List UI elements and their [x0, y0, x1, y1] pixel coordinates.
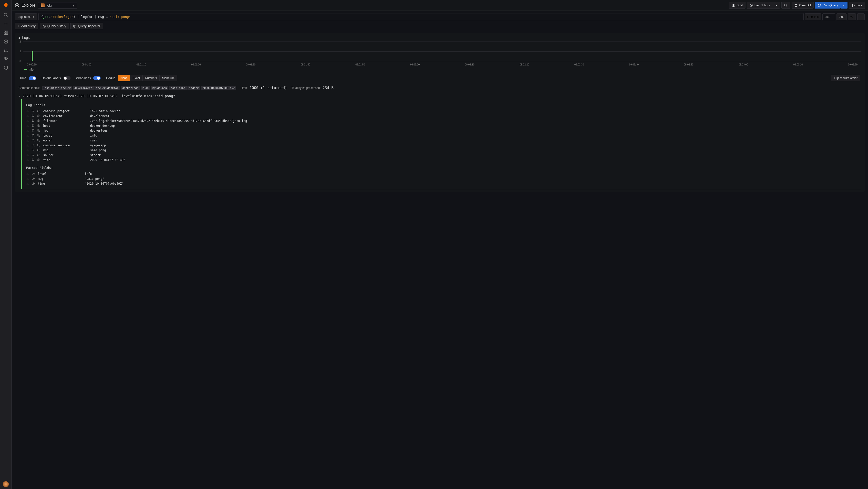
- query-history-button[interactable]: Query history: [40, 23, 69, 29]
- stats-icon[interactable]: [26, 172, 30, 176]
- search-plus-icon[interactable]: [31, 129, 35, 133]
- line-limit-input[interactable]: [823, 13, 835, 20]
- svg-line-43: [39, 116, 40, 117]
- search-minus-icon[interactable]: [37, 139, 40, 142]
- eye-icon[interactable]: [31, 182, 35, 185]
- svg-line-103: [39, 146, 40, 147]
- datasource-select[interactable]: loki ▾: [38, 2, 77, 8]
- dedup-numbers[interactable]: Numbers: [143, 75, 160, 81]
- dashboard-icon[interactable]: [3, 30, 8, 35]
- search-plus-icon[interactable]: [31, 148, 35, 152]
- timerange-button[interactable]: Last 1 hour: [747, 2, 773, 8]
- field-row: levelinfo: [26, 171, 857, 176]
- search-plus-icon[interactable]: [31, 158, 35, 162]
- svg-line-83: [39, 136, 40, 137]
- field-row: compose_projectloki-minio-docker: [26, 109, 857, 114]
- gear-icon[interactable]: [3, 57, 8, 62]
- search-plus-icon[interactable]: [31, 119, 35, 123]
- stats-icon[interactable]: [26, 119, 30, 123]
- plus-icon[interactable]: [3, 22, 8, 26]
- svg-line-90: [34, 141, 34, 142]
- avatar[interactable]: [3, 481, 9, 487]
- search-icon[interactable]: [3, 13, 8, 18]
- log-row[interactable]: ▾ 2020-10-06 09:00:49 time="2020-10-06T0…: [19, 93, 861, 99]
- history-icon: [42, 24, 46, 28]
- stats-icon[interactable]: [26, 144, 30, 147]
- shield-icon[interactable]: [3, 65, 8, 70]
- stats-icon[interactable]: [26, 177, 30, 180]
- clear-all-button[interactable]: Clear All: [792, 2, 813, 8]
- time-toggle[interactable]: [29, 76, 36, 80]
- svg-point-137: [33, 173, 34, 174]
- search-minus-icon[interactable]: [37, 124, 40, 127]
- query-input[interactable]: {job="dockerlogs"} | logfmt | msg = "sai…: [38, 13, 804, 20]
- search-minus-icon[interactable]: [37, 134, 40, 137]
- search-plus-icon[interactable]: [31, 134, 35, 137]
- search-plus-icon[interactable]: [31, 114, 35, 118]
- search-plus-icon[interactable]: [31, 153, 35, 157]
- stats-icon[interactable]: [26, 124, 30, 127]
- search-minus-icon[interactable]: [37, 129, 40, 133]
- stats-icon[interactable]: [26, 134, 30, 137]
- query-mode-select[interactable]: Log labels▾: [15, 13, 37, 20]
- common-label-tag: dockerlogs: [121, 86, 140, 90]
- columns-icon: [732, 4, 735, 7]
- svg-line-123: [39, 155, 40, 156]
- dedup-signature[interactable]: Signature: [160, 75, 177, 81]
- dedup-none[interactable]: None: [118, 75, 130, 81]
- search-minus-icon[interactable]: [37, 144, 40, 147]
- search-minus-icon[interactable]: [37, 114, 40, 118]
- common-label-tag: my-go-app: [151, 86, 168, 90]
- dedup-exact[interactable]: Exact: [130, 75, 143, 81]
- line-limit-button[interactable]: Line limit: [805, 13, 821, 20]
- wrap-lines-toggle-label: Wrap lines: [76, 76, 91, 80]
- search-minus-icon[interactable]: [37, 109, 40, 113]
- unique-labels-toggle[interactable]: [63, 76, 70, 80]
- compass-icon[interactable]: [3, 39, 8, 44]
- svg-line-120: [34, 155, 34, 156]
- bell-icon[interactable]: [3, 48, 8, 53]
- stats-icon[interactable]: [26, 114, 30, 118]
- common-label-tag: loki-minio-docker: [42, 86, 72, 90]
- stats-icon[interactable]: [26, 109, 30, 113]
- stats-icon[interactable]: [26, 148, 30, 152]
- stats-icon[interactable]: [26, 139, 30, 142]
- svg-line-53: [39, 121, 40, 122]
- run-query-dropdown[interactable]: ▾: [841, 2, 847, 8]
- page-title: Explore: [14, 3, 36, 8]
- stats-icon[interactable]: [26, 158, 30, 162]
- search-minus-icon[interactable]: [37, 148, 40, 152]
- timerange-dropdown[interactable]: ▾: [773, 2, 780, 8]
- search-plus-icon[interactable]: [31, 144, 35, 147]
- hide-query-button[interactable]: [848, 13, 856, 20]
- svg-rect-4: [4, 31, 5, 32]
- run-query-button[interactable]: Run Query: [815, 2, 841, 8]
- live-button[interactable]: Live: [849, 2, 865, 8]
- flip-results-button[interactable]: Flip results order: [831, 75, 860, 81]
- sync-icon: [818, 4, 821, 7]
- split-button[interactable]: Split: [729, 2, 745, 8]
- svg-point-0: [4, 13, 7, 17]
- remove-query-button[interactable]: —: [857, 13, 865, 20]
- wrap-lines-toggle[interactable]: [93, 76, 100, 80]
- add-query-button[interactable]: +Add query: [15, 23, 38, 29]
- stats-icon[interactable]: [26, 182, 30, 185]
- query-inspector-button[interactable]: Query inspector: [70, 23, 103, 29]
- search-plus-icon[interactable]: [31, 109, 35, 113]
- svg-rect-6: [4, 33, 5, 35]
- stats-icon[interactable]: [26, 153, 30, 157]
- eye-icon[interactable]: [31, 172, 35, 176]
- svg-line-33: [39, 112, 40, 112]
- search-minus-icon[interactable]: [37, 158, 40, 162]
- search-minus-icon[interactable]: [37, 119, 40, 123]
- search-plus-icon[interactable]: [31, 139, 35, 142]
- search-plus-icon[interactable]: [31, 124, 35, 127]
- svg-point-8: [4, 40, 7, 44]
- eye-icon[interactable]: [31, 177, 35, 180]
- search-minus-icon[interactable]: [37, 153, 40, 157]
- logs-volume-chart[interactable]: 01209:00:5009:01:0009:01:1009:01:2009:01…: [24, 41, 861, 66]
- stats-icon[interactable]: [26, 129, 30, 133]
- logs-panel-toggle[interactable]: ▴Logs: [19, 36, 861, 39]
- grafana-logo-icon[interactable]: [2, 2, 9, 9]
- zoom-out-button[interactable]: [781, 2, 790, 8]
